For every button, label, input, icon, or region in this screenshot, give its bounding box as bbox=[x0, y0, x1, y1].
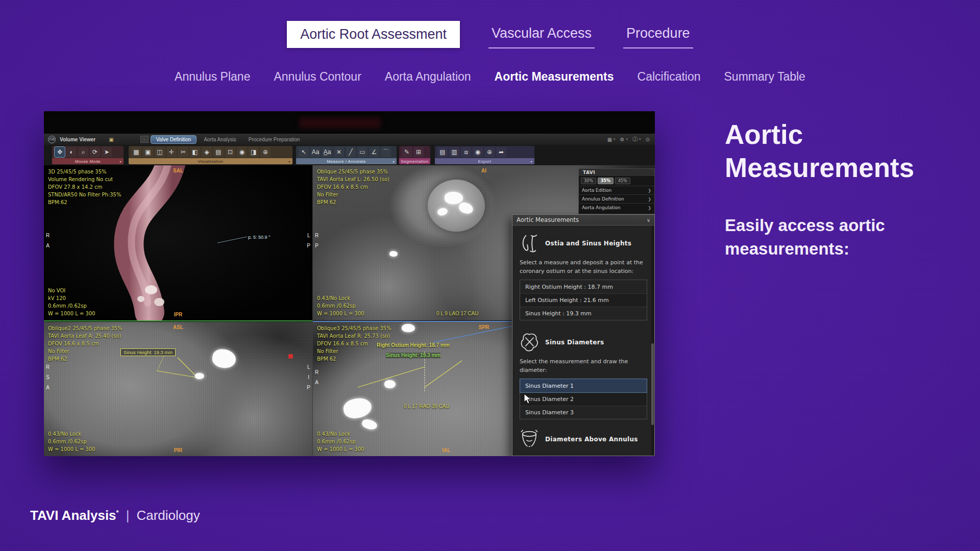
tab-aortic-root-assessment[interactable]: Aortic Root Assessment bbox=[287, 21, 460, 48]
ge-logo-icon: GE bbox=[48, 136, 56, 143]
layout-3d-icon[interactable]: ▦ bbox=[131, 147, 141, 157]
phase-30-button[interactable]: 30% bbox=[581, 178, 596, 184]
settings-gear-icon[interactable]: ⚙ bbox=[620, 137, 625, 142]
crosshair-icon[interactable]: ✛ bbox=[166, 147, 177, 157]
tab-vascular-access[interactable]: Vascular Access bbox=[488, 20, 595, 48]
aortic-measurements-panel: Aortic Measurements ∨ Ostia and Sinus He… bbox=[512, 214, 655, 456]
info-icon[interactable]: ⓘ bbox=[632, 136, 638, 143]
browser-icon[interactable]: ▣ bbox=[109, 137, 113, 142]
app-tab-aorta-analysis[interactable]: Aorta Analysis bbox=[199, 136, 241, 143]
viewport-divider-green bbox=[44, 320, 313, 321]
settings-caret-icon[interactable]: ▾ bbox=[626, 137, 628, 141]
section-diameters-above-annulus: Diameters Above Annulus bbox=[520, 429, 647, 450]
sinus-height-annotation-selected[interactable]: Sinus Height: 19.3 mm bbox=[386, 353, 440, 358]
cut-plane-icon[interactable]: ◧ bbox=[190, 147, 200, 157]
subnav-annulus-plane[interactable]: Annulus Plane bbox=[175, 70, 250, 84]
select-measure-icon[interactable]: ↖ bbox=[299, 147, 309, 157]
window-top-strip bbox=[44, 111, 655, 134]
report-icon[interactable]: ▤ bbox=[437, 147, 448, 157]
subnav-aorta-angulation[interactable]: Aorta Angulation bbox=[385, 70, 471, 84]
tavi-item-aorta-angulation[interactable]: Aorta Angulation❯ bbox=[579, 203, 654, 212]
text-annotation-icon[interactable]: Aa bbox=[310, 147, 321, 157]
paint-segment-icon[interactable]: ✎ bbox=[402, 147, 412, 157]
save-state-icon[interactable]: ⊕ bbox=[484, 147, 495, 157]
tavi-item-annulus-definition[interactable]: Annulus Definition❯ bbox=[579, 194, 654, 203]
left-ostium-height-row[interactable]: Left Ostium Height : 21.6 mm bbox=[520, 293, 647, 307]
brand-name: TAVI Analysis* bbox=[30, 508, 119, 523]
right-ostium-height-row[interactable]: Right Ostium Height : 18.7 mm bbox=[520, 280, 647, 293]
viewport-oblique3-tech-info: 0.43/No Lock 0.6mm /0.62sp W = 1000 L = … bbox=[317, 430, 364, 453]
phase-35-button[interactable]: 35% bbox=[598, 178, 614, 184]
layout-icon[interactable]: ▦ bbox=[607, 137, 612, 142]
mouse-cursor bbox=[524, 393, 532, 405]
send-icon[interactable]: ➦ bbox=[496, 147, 506, 157]
subnav-annulus-contour[interactable]: Annulus Contour bbox=[274, 70, 361, 84]
slab-icon[interactable]: ◫ bbox=[155, 147, 165, 157]
mouse-mode-caret-icon[interactable]: ▾ bbox=[120, 160, 121, 163]
app-titlebar: GE Volume Viewer ▣ ▫ Valve Definition Ao… bbox=[44, 134, 655, 145]
info-caret-icon[interactable]: ▾ bbox=[639, 137, 641, 141]
visualization-caret-icon[interactable]: ▾ bbox=[289, 160, 290, 163]
mpr-icon[interactable]: ▣ bbox=[143, 147, 153, 157]
calcification-blob bbox=[389, 251, 398, 257]
sinus-diameter-1-row[interactable]: Sinus Diameter 1 bbox=[520, 379, 647, 392]
add-view-icon[interactable]: ⊕ bbox=[260, 147, 271, 157]
scissors-icon[interactable]: ✂ bbox=[178, 147, 188, 157]
slide-background: Aortic Root Assessment Vascular Access P… bbox=[0, 0, 980, 551]
layout-caret-icon[interactable]: ▾ bbox=[614, 137, 616, 141]
sinus-diameter-3-row[interactable]: Sinus Diameter 3 bbox=[520, 406, 647, 419]
phase-45-button[interactable]: 45% bbox=[615, 178, 630, 184]
half-view-icon[interactable]: ◨ bbox=[249, 147, 259, 157]
sinus-height-row[interactable]: Sinus Height : 19.3 mm bbox=[520, 307, 647, 320]
delete-measure-icon[interactable]: ✕ bbox=[334, 147, 344, 157]
viewport-3d-header: 3D 25/45/5 phase 35% Volume Rendering No… bbox=[48, 168, 121, 206]
layout-grid-icon[interactable]: ▤ bbox=[213, 147, 224, 157]
chevron-down-icon[interactable]: ∨ bbox=[647, 217, 650, 223]
viewport-oblique2[interactable]: Sinus Height: 19.3 mm Oblique2 25/45/5 p… bbox=[44, 322, 312, 456]
panel-scrollbar[interactable] bbox=[651, 226, 654, 456]
gantry-tilt-info: 0 L 9 LAO 17 CAU bbox=[436, 311, 478, 316]
export-label: Export bbox=[478, 159, 492, 164]
angle-annotation: p. 5: 50.9 ° bbox=[248, 235, 271, 240]
subnav-summary-table[interactable]: Summary Table bbox=[724, 70, 805, 84]
orientation-label-bottom: IAL bbox=[442, 447, 450, 453]
windowing-tool-icon[interactable]: ◐ bbox=[66, 147, 77, 157]
copy-icon[interactable]: ⧈ bbox=[461, 147, 471, 157]
tab-procedure[interactable]: Procedure bbox=[623, 20, 693, 48]
subnav-aortic-measurements[interactable]: Aortic Measurements bbox=[495, 70, 614, 84]
tavi-item-aorta-edition[interactable]: Aorta Edition❯ bbox=[579, 186, 654, 194]
section-heading: Sinus Diameters bbox=[545, 339, 604, 346]
new-layout-button[interactable]: ▫ bbox=[140, 136, 149, 143]
viewport-3d-volume[interactable]: 3D 25/45/5 phase 35% Volume Rendering No… bbox=[44, 165, 312, 320]
app-toolbar: ✥ ◐ ⌕ ⟳ ➤ Mouse Mode▾ ▦ ▣ ◫ ✛ ✂ ◧ ◈ ▤ bbox=[44, 145, 655, 165]
app-tab-procedure-preparation[interactable]: Procedure Preparation bbox=[243, 136, 305, 143]
spline-measure-icon[interactable]: ⌒ bbox=[381, 147, 391, 157]
volume-render-icon[interactable]: ◈ bbox=[202, 147, 212, 157]
print-icon[interactable]: ▥ bbox=[449, 147, 459, 157]
measure-caret-icon[interactable]: ▾ bbox=[393, 160, 395, 163]
app-tab-valve-definition[interactable]: Valve Definition bbox=[151, 135, 197, 144]
roi-measure-icon[interactable]: ▭ bbox=[357, 147, 368, 157]
magnify-tool-icon[interactable]: ⌕ bbox=[78, 147, 88, 157]
aortic-root-cross-section bbox=[428, 180, 485, 232]
sinus-height-label[interactable]: Sinus Height: 19.3 mm bbox=[120, 348, 176, 356]
right-ostium-height-annotation[interactable]: Right Ostium Height: 18.7 mm bbox=[377, 342, 450, 348]
sinus-diameter-2-row[interactable]: Sinus Diameter 2 bbox=[520, 392, 647, 406]
region-segment-icon[interactable]: ⊞ bbox=[413, 147, 424, 157]
toolbar-group-export: ▤ ▥ ⧈ ◉ ⊕ ➦ Export▾ bbox=[435, 146, 534, 164]
power-icon[interactable]: ⊙ bbox=[646, 137, 650, 142]
aortic-measurements-panel-header[interactable]: Aortic Measurements ∨ bbox=[512, 215, 654, 226]
rotate-tool-icon[interactable]: ⟳ bbox=[90, 147, 100, 157]
camera-capture-icon[interactable]: ◉ bbox=[473, 147, 483, 157]
sphere-view-icon[interactable]: ◉ bbox=[237, 147, 247, 157]
export-caret-icon[interactable]: ▾ bbox=[531, 160, 532, 163]
subnav-calcification[interactable]: Calcification bbox=[638, 70, 701, 84]
distance-measure-icon[interactable]: ╱ bbox=[346, 147, 356, 157]
orientation-letters-left: RA bbox=[46, 231, 50, 251]
angle-measure-icon[interactable]: ∠ bbox=[369, 147, 379, 157]
reference-image-icon[interactable]: ⊡ bbox=[225, 147, 235, 157]
pan-tool-icon[interactable]: ✥ bbox=[55, 147, 65, 157]
orientation-letters-left: RA bbox=[315, 367, 318, 388]
label-annotation-icon[interactable]: A̲a bbox=[322, 147, 332, 157]
pointer-tool-icon[interactable]: ➤ bbox=[102, 147, 112, 157]
